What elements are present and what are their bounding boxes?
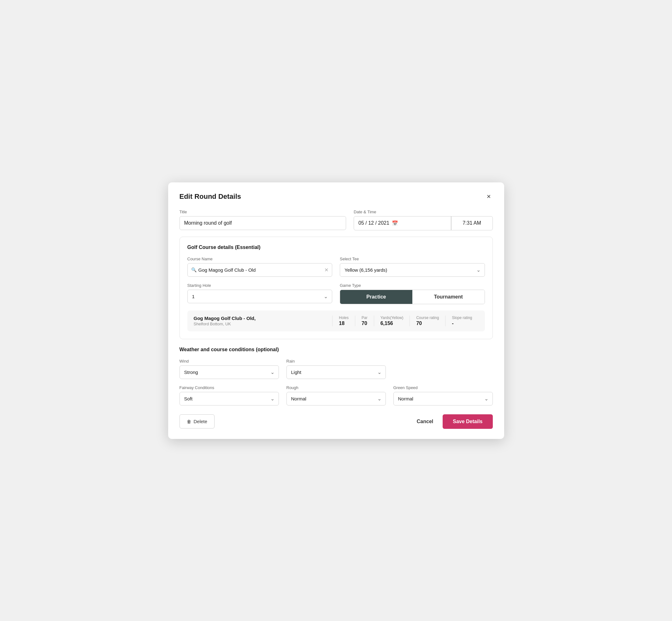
green-speed-group: Green Speed Normal Slow Fast Very Fast ⌄ — [393, 385, 493, 406]
fairway-dropdown[interactable]: Soft Normal Firm Hard — [179, 392, 279, 406]
select-tee-group: Select Tee Yellow (6,156 yards) White (6… — [340, 256, 485, 277]
starting-hole-label: Starting Hole — [187, 283, 333, 288]
rain-wrap: Light None Moderate Heavy ⌄ — [287, 365, 386, 379]
select-tee-label: Select Tee — [340, 256, 485, 261]
green-speed-dropdown[interactable]: Normal Slow Fast Very Fast — [393, 392, 493, 406]
course-par-stat: Par 70 — [355, 316, 374, 326]
calendar-icon: 📅 — [392, 220, 398, 226]
tournament-toggle-button[interactable]: Tournament — [412, 290, 485, 304]
wind-dropdown[interactable]: Strong Calm Light Moderate Very Strong — [179, 365, 279, 379]
starting-hole-dropdown[interactable]: 1 2 3 10 — [187, 290, 333, 303]
edit-round-modal: Edit Round Details × Title Date & Time 0… — [168, 182, 504, 439]
date-field[interactable]: 05 / 12 / 2021 📅 — [354, 216, 451, 230]
course-name-label: Course Name — [187, 256, 333, 261]
rough-dropdown[interactable]: Normal Short Long Thick — [287, 392, 386, 406]
date-value: 05 / 12 / 2021 — [359, 220, 389, 226]
course-name-group: Course Name 🔍 ✕ — [187, 256, 333, 277]
fairway-rough-green-row: Fairway Conditions Soft Normal Firm Hard… — [179, 385, 493, 406]
course-info-name: Gog Magog Golf Club - Old, Shelford Bott… — [194, 316, 333, 326]
green-speed-wrap: Normal Slow Fast Very Fast ⌄ — [393, 392, 493, 406]
practice-toggle-button[interactable]: Practice — [340, 290, 412, 304]
course-rating-stat: Course rating 70 — [410, 316, 445, 326]
delete-label: Delete — [194, 419, 207, 424]
rough-label: Rough — [287, 385, 386, 390]
golf-course-title: Golf Course details (Essential) — [187, 245, 485, 250]
footer-right: Cancel Save Details — [414, 414, 493, 429]
green-speed-label: Green Speed — [393, 385, 493, 390]
footer-row: 🗑 Delete Cancel Save Details — [179, 414, 493, 429]
title-group: Title — [179, 210, 346, 230]
close-button[interactable]: × — [485, 193, 493, 201]
cancel-button[interactable]: Cancel — [414, 415, 436, 428]
date-time-field: 05 / 12 / 2021 📅 7:31 AM — [354, 216, 493, 230]
starting-hole-group: Starting Hole 1 2 3 10 ⌄ — [187, 283, 333, 304]
date-time-label: Date & Time — [354, 210, 493, 214]
fairway-group: Fairway Conditions Soft Normal Firm Hard… — [179, 385, 279, 406]
time-field[interactable]: 7:31 AM — [452, 216, 493, 230]
select-tee-wrap: Yellow (6,156 yards) White (6,500 yards)… — [340, 263, 485, 277]
wind-group: Wind Strong Calm Light Moderate Very Str… — [179, 359, 279, 379]
course-yards-stat: Yards(Yellow) 6,156 — [374, 316, 410, 326]
game-type-label: Game Type — [340, 283, 485, 288]
holes-value: 18 — [339, 321, 344, 326]
course-name-input[interactable] — [187, 263, 333, 277]
slope-rating-value: - — [452, 321, 453, 326]
starting-hole-wrap: 1 2 3 10 ⌄ — [187, 290, 333, 303]
slope-rating-stat: Slope rating - — [445, 316, 478, 326]
yards-label: Yards(Yellow) — [380, 316, 404, 320]
course-tee-row: Course Name 🔍 ✕ Select Tee Yellow (6,156… — [187, 256, 485, 277]
course-name-search-wrap: 🔍 ✕ — [187, 263, 333, 277]
game-type-group: Game Type Practice Tournament — [340, 283, 485, 304]
course-holes-stat: Holes 18 — [332, 316, 355, 326]
rough-wrap: Normal Short Long Thick ⌄ — [287, 392, 386, 406]
game-type-toggle: Practice Tournament — [340, 290, 485, 304]
conditions-title: Weather and course conditions (optional) — [179, 347, 493, 353]
rough-group: Rough Normal Short Long Thick ⌄ — [287, 385, 386, 406]
title-label: Title — [179, 210, 346, 214]
time-value: 7:31 AM — [463, 220, 481, 226]
fairway-wrap: Soft Normal Firm Hard ⌄ — [179, 392, 279, 406]
title-datetime-row: Title Date & Time 05 / 12 / 2021 📅 7:31 … — [179, 210, 493, 230]
title-input[interactable] — [179, 216, 346, 230]
rain-group: Rain Light None Moderate Heavy ⌄ — [287, 359, 386, 379]
course-info-name-text: Gog Magog Golf Club - Old, — [194, 316, 333, 321]
slope-rating-label: Slope rating — [452, 316, 472, 320]
hole-gametype-row: Starting Hole 1 2 3 10 ⌄ Game Type Pract… — [187, 283, 485, 304]
rain-spacer — [393, 359, 493, 379]
par-label: Par — [362, 316, 368, 320]
course-rating-label: Course rating — [416, 316, 439, 320]
search-icon: 🔍 — [191, 267, 197, 272]
golf-course-section: Golf Course details (Essential) Course N… — [179, 237, 493, 339]
wind-wrap: Strong Calm Light Moderate Very Strong ⌄ — [179, 365, 279, 379]
date-time-group: Date & Time 05 / 12 / 2021 📅 7:31 AM — [354, 210, 493, 230]
delete-button[interactable]: 🗑 Delete — [179, 414, 214, 428]
wind-label: Wind — [179, 359, 279, 364]
par-value: 70 — [362, 321, 367, 326]
conditions-section: Weather and course conditions (optional)… — [179, 347, 493, 406]
yards-value: 6,156 — [380, 321, 393, 326]
course-info-bar: Gog Magog Golf Club - Old, Shelford Bott… — [187, 310, 485, 331]
save-button[interactable]: Save Details — [443, 414, 493, 429]
course-rating-value: 70 — [416, 321, 422, 326]
rain-label: Rain — [287, 359, 386, 364]
trash-icon: 🗑 — [187, 419, 191, 424]
fairway-label: Fairway Conditions — [179, 385, 279, 390]
course-info-location: Shelford Bottom, UK — [194, 322, 333, 326]
holes-label: Holes — [339, 316, 349, 320]
modal-title: Edit Round Details — [179, 193, 241, 201]
rain-dropdown[interactable]: Light None Moderate Heavy — [287, 365, 386, 379]
select-tee-dropdown[interactable]: Yellow (6,156 yards) White (6,500 yards)… — [340, 263, 485, 277]
modal-header: Edit Round Details × — [179, 193, 493, 201]
clear-icon[interactable]: ✕ — [324, 267, 328, 273]
wind-rain-row: Wind Strong Calm Light Moderate Very Str… — [179, 359, 493, 379]
